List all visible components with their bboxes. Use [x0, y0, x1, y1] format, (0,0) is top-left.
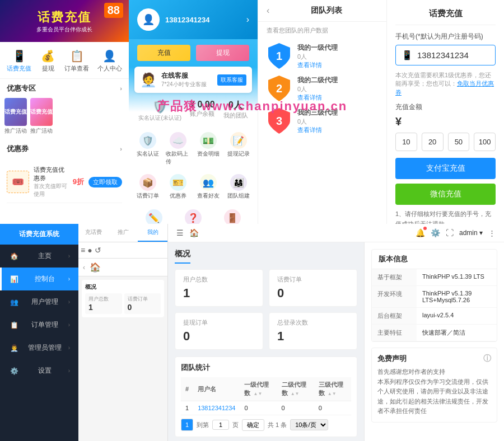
recharge-button[interactable]: 充值 [137, 45, 190, 61]
promo-img-1[interactable]: 话费充值 [4, 98, 27, 126]
rows-per-page-select[interactable]: 10条/页 [290, 419, 328, 430]
notification-icon[interactable]: 🔔 [416, 228, 425, 237]
nav-orders[interactable]: 📋 订单查看 [64, 48, 89, 73]
orders2-icon: 📦 [139, 174, 156, 191]
amount-section-label: 充值金额 [395, 102, 496, 112]
menu-edit-profile[interactable]: ✏️修改资料 [142, 207, 166, 224]
prompt-button[interactable]: 提现 [196, 45, 249, 61]
sidebar-item-admins[interactable]: 👨‍💼 管理员管理 › [0, 336, 78, 359]
amount-10[interactable]: 10 [395, 133, 417, 151]
coupon-name: 话费充值优惠券 [34, 166, 68, 182]
menu-withdraw-record[interactable]: 📝提现记录 [225, 129, 252, 168]
receive-coupon-button[interactable]: 立即领取 [88, 177, 122, 187]
level-3-title: 我的三级代理 [297, 108, 378, 118]
toolbar-refresh-icon[interactable]: ↺ [95, 246, 101, 255]
sidebar-item-users[interactable]: 👥 用户管理 › [0, 290, 78, 313]
balance-value: ¥ 0.00 [190, 100, 214, 110]
sidebar-item-settings[interactable]: ⚙️ 设置 › [0, 359, 78, 382]
gear-icon[interactable]: ⚙️ [431, 228, 440, 237]
menu-guide[interactable]: ❓新手说明 [181, 207, 206, 224]
team-label: 我的团队 [223, 111, 248, 120]
menu-upload[interactable]: ☁️收款码上传 [165, 129, 192, 168]
amount-20[interactable]: 20 [422, 133, 444, 151]
mobile-tab-1[interactable]: 推广 [108, 224, 138, 242]
breadcrumb-left-arrow[interactable]: ‹ [83, 264, 85, 271]
row-num: 1 [181, 401, 193, 415]
sidebar-item-orders[interactable]: 📋 订单管理 › [0, 313, 78, 336]
level-2-count: 0人 [297, 85, 378, 93]
team-back-icon[interactable]: ‹ [267, 6, 269, 16]
sort-l3-icon[interactable]: ▲▼ [328, 392, 337, 396]
dash-left: 概况 用户总数 1 话费订单 0 提现订单 0 [168, 242, 364, 441]
toolbar-dot-icon[interactable]: ● [87, 246, 92, 255]
amount-100[interactable]: 100 [474, 133, 496, 151]
level-3-link[interactable]: 查看详情 [297, 126, 378, 134]
promo-img-2[interactable]: 话费充值 [30, 98, 53, 126]
overview-title: 概况 [175, 249, 357, 269]
notification-badge [423, 227, 427, 230]
page-input[interactable] [212, 420, 229, 430]
features-key: 主要特征 [372, 325, 417, 341]
service-avatar: 🧑‍💼 [140, 72, 157, 88]
edit-profile-icon: ✏️ [146, 209, 162, 224]
withdraw-record-icon: 📝 [230, 132, 247, 149]
page-current-button[interactable]: 1 [181, 419, 193, 431]
sort-l1-icon[interactable]: ▲▼ [253, 392, 262, 396]
service-desc: 7*24小时专业客服 [161, 81, 213, 88]
sidebar-item-home[interactable]: 🏠 主页 › [0, 245, 78, 268]
team-table-title: 团队统计 [181, 363, 351, 373]
more-icon[interactable]: ⋮ [488, 229, 496, 237]
amount-50[interactable]: 50 [448, 133, 470, 151]
username-link[interactable]: 13812341234 [198, 405, 235, 411]
banner-subtitle: 多重会员平台伴你成长 [36, 26, 92, 34]
left-panel: 话费充值 多重会员平台伴你成长 88 📱 话费充值 💰 提现 📋 订单查看 👤 … [0, 0, 129, 224]
version-row-backend: 后台框架 layui-v2.5.4 [372, 308, 497, 325]
level-1-link[interactable]: 查看详情 [297, 61, 378, 69]
mobile-tab-0[interactable]: 充话费 [78, 224, 108, 242]
dashboard-main: ☰ 🏠 🔔 ⚙️ ⛶ admin ▾ ⋮ 概况 [168, 224, 504, 441]
recharge-notes: 1、请仔细核对行要充值的手号，充值成功后无法退款。 2、每月允许一次即时充值业务… [395, 209, 496, 224]
framework-val: ThinkPHP v5.1.39 LTS [417, 269, 490, 285]
toolbar-menu-icon[interactable]: ≡ [81, 246, 85, 255]
coupon-item: 🎟️ 话费充值优惠券 首次充值即可使用 9折 立即领取 [7, 161, 122, 203]
breadcrumb-home-icon[interactable]: 🏠 [90, 262, 101, 273]
stat-card-withdraw: 提现订单 0 [175, 312, 263, 350]
note-link[interactable]: 免取当月优惠券 [395, 80, 494, 95]
team-panel-header: ‹ 团队列表 [258, 0, 386, 22]
contact-service-button[interactable]: 联系客服 [217, 74, 246, 86]
team-table-section: 团队统计 # 用户名 一级代理数 ▲▼ [175, 356, 357, 437]
header-menu-icon[interactable]: ☰ [176, 228, 184, 237]
level-2-title: 我的二级代理 [297, 76, 378, 85]
middle-panel: 👤 13812341234 › 充值 提现 🧑‍💼 在线客服 7*24小时专业客… [129, 0, 258, 224]
wechat-button[interactable]: 微信充值 [395, 184, 496, 205]
nav-profile[interactable]: 👤 个人中心 [97, 48, 122, 73]
note-1: 1、请仔细核对行要充值的手号，充值成功后无法退款。 [395, 209, 496, 224]
menu-auth[interactable]: 🛡️实名认证 [134, 129, 162, 168]
confirm-page-button[interactable]: 确定 [242, 419, 264, 431]
promo-label-2: 推广活动 [30, 127, 53, 135]
orders-icon: 📋 [68, 48, 85, 64]
disclaimer-info-icon[interactable]: ⓘ [483, 354, 491, 364]
breadcrumb-home[interactable]: 🏠 [189, 228, 199, 237]
level-2-link[interactable]: 查看详情 [297, 93, 378, 102]
admin-username[interactable]: admin ▾ [459, 229, 483, 237]
menu-finance[interactable]: 💵资金明细 [195, 129, 222, 168]
menu-coupon2[interactable]: 🎫优惠券 [165, 171, 192, 203]
team-level-2: 2 我的二级代理 0人 查看详情 [267, 74, 378, 102]
alipay-button[interactable]: 支付宝充值 [395, 158, 496, 179]
menu-team-build[interactable]: 👨‍👩‍👧团队组建 [225, 171, 252, 203]
menu-friends[interactable]: 👥查看好友 [195, 171, 222, 203]
top-banner: 话费充值 多重会员平台伴你成长 88 [0, 0, 129, 42]
nav-withdraw[interactable]: 💰 提现 [40, 48, 57, 73]
nav-recharge[interactable]: 📱 话费充值 [7, 48, 31, 73]
team-panel: ‹ 团队列表 查看您团队的用户数据 1 我的一级代理 0人 查看详情 [258, 0, 386, 224]
expand-icon[interactable]: ⛶ [446, 228, 454, 237]
sort-l2-icon[interactable]: ▲▼ [291, 392, 300, 396]
menu-logout[interactable]: 🚪退出登录 [220, 207, 245, 224]
profile-icon: 👤 [101, 48, 118, 64]
menu-orders2[interactable]: 📦话费订单 [134, 171, 162, 203]
mobile-tab-2[interactable]: 我的 [138, 224, 167, 242]
sidebar-item-dashboard[interactable]: 📊 控制台 › [0, 268, 78, 290]
users-nav-arrow: › [68, 299, 70, 305]
dash-header-right: 🔔 ⚙️ ⛶ admin ▾ ⋮ [416, 228, 496, 237]
